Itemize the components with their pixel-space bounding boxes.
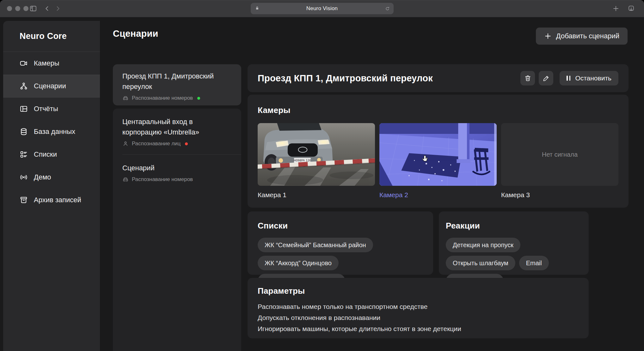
database-icon (20, 128, 28, 136)
address-bar[interactable]: Neuro Vision (251, 3, 394, 14)
archive-box-icon (20, 196, 28, 204)
sidebar-item-database[interactable]: База данных (3, 120, 100, 143)
window-close-button[interactable] (7, 6, 12, 11)
camera1-snapshot-illustration: Н098РА 126 (258, 123, 375, 186)
camera-3-thumbnail: Нет сигнала (501, 123, 618, 186)
hand-cursor-icon (422, 154, 431, 164)
add-scenario-button[interactable]: Добавить сценарий (536, 28, 628, 45)
parameters-heading: Параметры (258, 286, 579, 296)
sidebar-item-scenarios[interactable]: Сценарии (3, 75, 100, 97)
lists-card: Списки ЖК “Семейный” Басманный район ЖК … (248, 211, 433, 275)
page-title: Сценарии (113, 28, 158, 39)
camera-2-link[interactable]: Камера 2 (379, 191, 497, 199)
lists-heading: Списки (258, 221, 423, 231)
pause-icon (567, 76, 570, 81)
list-chip: ЖК “Аккорд” Одинцово (258, 256, 339, 270)
camera-3-label: Камера 3 (501, 191, 618, 199)
broadcast-icon (20, 173, 28, 181)
lock-icon (255, 6, 260, 12)
scenario-type-label: Распознавание номеров (132, 176, 193, 183)
list-chip: ЖК “Семейный” Басманный район (258, 238, 373, 252)
parameter-line: Допускать отклонения в распознавании (258, 312, 579, 323)
delete-scenario-button[interactable] (520, 71, 535, 85)
scenario-title: Проезд КПП 1, Дмитровский переулок (122, 71, 224, 92)
scenario-title: Центаральный вход в корпорацию «Umbrella… (122, 116, 224, 137)
sidebar-item-label: Отчёты (34, 105, 58, 113)
parameters-card: Параметры Распознавать номер только на т… (248, 278, 589, 338)
scenario-list-panel: Центаральный вход в корпорацию «Umbrella… (113, 109, 241, 351)
sidebar: Neuro Core Камеры Сценарии Отчёты База д… (3, 21, 100, 351)
stop-scenario-button[interactable]: Остановить (560, 71, 618, 85)
sidebar-item-label: Списки (34, 150, 57, 159)
scenario-type-label: Распознавание лиц (132, 141, 181, 147)
license-plate-text: Н098РА 126 (294, 159, 311, 162)
cameras-card: Камеры (248, 95, 629, 208)
stop-button-label: Остановить (575, 74, 611, 82)
brand-title: Neuro Core (3, 21, 100, 52)
sidebar-item-label: Архив записей (34, 196, 81, 204)
window-controls[interactable] (7, 6, 28, 11)
sidebar-item-demo[interactable]: Демо (3, 166, 100, 189)
reaction-chip: Открыть шлагбаум (446, 256, 515, 270)
window-zoom-button[interactable] (23, 6, 28, 11)
trash-icon (524, 75, 531, 82)
parameter-line: Распознавать номер только на транспортно… (258, 301, 579, 312)
window-minimize-button[interactable] (15, 6, 20, 11)
sidebar-item-label: Сценарии (34, 82, 66, 90)
scenario-list-item[interactable]: Сценарий Распознавание номеров (113, 155, 241, 190)
sidebar-nav: Камеры Сценарии Отчёты База данных Списк… (3, 52, 100, 211)
detail-header-card: Проезд КПП 1, Дмитровский переулок Остан… (248, 64, 629, 92)
sidebar-item-label: База данных (34, 128, 75, 136)
edit-scenario-button[interactable] (539, 71, 553, 85)
reaction-chip: Детекция на пропуск (446, 238, 520, 252)
add-scenario-label: Добавить сценарий (556, 32, 619, 40)
no-signal-label: Нет сигнала (542, 151, 578, 158)
detail-title: Проезд КПП 1, Дмитровский переулок (258, 73, 520, 84)
camera-1-thumbnail[interactable]: Н098РА 126 (258, 123, 375, 186)
sidebar-toggle-icon[interactable] (29, 5, 37, 12)
scenario-type-label: Распознавание номеров (132, 95, 193, 101)
downloads-icon[interactable] (627, 5, 635, 13)
app-window: Neuro Vision Neuro Core Камеры Сценарии (0, 0, 644, 351)
sidebar-item-label: Камеры (34, 59, 59, 67)
status-dot-alert (185, 142, 188, 145)
camera2-snapshot-illustration (379, 123, 497, 186)
page-url-title: Neuro Vision (306, 5, 338, 12)
scenario-title: Сценарий (122, 163, 224, 173)
reload-icon[interactable] (385, 6, 390, 11)
status-dot-active (197, 97, 200, 100)
reactions-card: Реакции Детекция на пропуск Открыть шлаг… (439, 211, 589, 275)
back-button[interactable] (44, 5, 51, 12)
checklist-icon (20, 150, 28, 159)
pencil-icon (543, 75, 550, 82)
sidebar-item-archive[interactable]: Архив записей (3, 189, 100, 211)
video-camera-icon (20, 59, 28, 67)
car-icon (122, 176, 129, 183)
reaction-chip: Email (519, 256, 549, 270)
new-tab-icon[interactable] (612, 5, 620, 12)
table-icon (20, 105, 28, 113)
camera-1-label: Камера 1 (258, 191, 375, 199)
sidebar-item-label: Демо (34, 173, 51, 181)
parameter-line: Игнорировать машины, которые длительно с… (258, 323, 579, 334)
camera-2-thumbnail[interactable] (379, 123, 497, 186)
scenario-list-item-selected[interactable]: Проезд КПП 1, Дмитровский переулок Распо… (113, 64, 241, 105)
scenario-list-item[interactable]: Центаральный вход в корпорацию «Umbrella… (113, 109, 241, 154)
sidebar-item-reports[interactable]: Отчёты (3, 97, 100, 120)
flow-graph-icon (20, 82, 28, 90)
forward-button[interactable] (54, 5, 61, 12)
sidebar-item-lists[interactable]: Списки (3, 143, 100, 166)
reactions-heading: Реакции (446, 221, 582, 231)
person-icon (122, 141, 129, 147)
browser-titlebar: Neuro Vision (0, 0, 644, 17)
cameras-heading: Камеры (258, 105, 618, 115)
sidebar-item-cameras[interactable]: Камеры (3, 52, 100, 75)
car-icon (122, 95, 129, 101)
plus-icon (544, 32, 552, 40)
